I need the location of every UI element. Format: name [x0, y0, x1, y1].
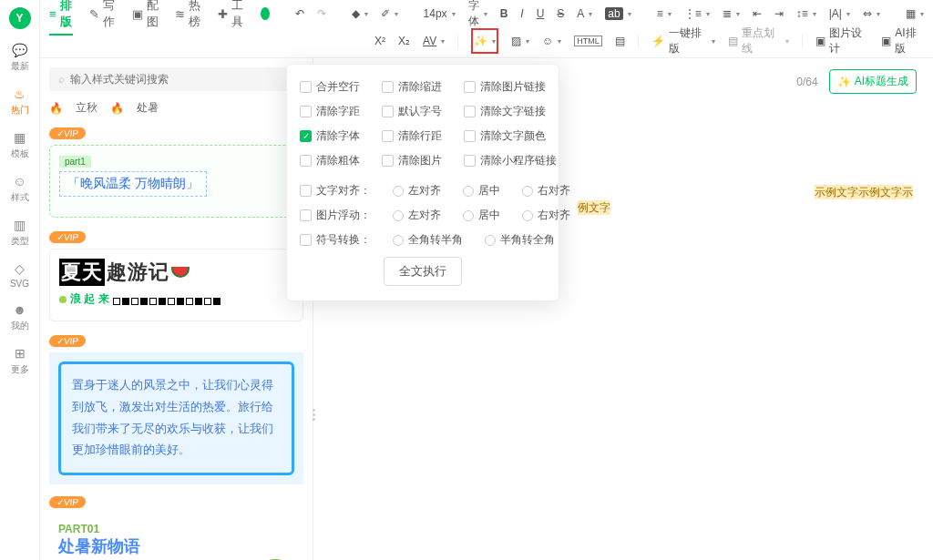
vip-badge: ✓VIP: [48, 496, 86, 508]
table-button[interactable]: ▦: [906, 7, 924, 20]
search-box[interactable]: ⌕: [49, 67, 303, 91]
html-button[interactable]: HTML: [574, 36, 602, 46]
hot-tag[interactable]: 处暑: [137, 100, 159, 116]
one-click-layout[interactable]: ⚡一键排版: [651, 25, 715, 56]
color-button[interactable]: A: [577, 7, 592, 20]
cleanup-checkbox[interactable]: 清除行距: [382, 128, 442, 144]
cleanup-checkbox[interactable]: 清除文字颜色: [464, 128, 546, 144]
nav-svg[interactable]: ◇SVG: [10, 260, 29, 289]
hot-icon: ≋: [175, 7, 185, 21]
brush-button[interactable]: ✐: [381, 7, 398, 20]
radio-option[interactable]: 居中: [463, 183, 500, 199]
search-input[interactable]: [70, 73, 294, 86]
spacing-button[interactable]: ⇔: [863, 7, 880, 20]
watermelon-icon: [171, 267, 190, 278]
nav-more[interactable]: ⊞更多: [11, 345, 29, 376]
radio-option[interactable]: 全角转半角: [393, 232, 463, 248]
paint-bucket[interactable]: ◆: [352, 7, 368, 20]
ai-layout[interactable]: ▣AI排版: [881, 25, 924, 56]
image-design[interactable]: ▣图片设计: [815, 25, 868, 56]
subscript-button[interactable]: X₂: [398, 35, 410, 47]
nav-label: 我的: [11, 320, 29, 332]
radio-option[interactable]: 右对齐: [522, 208, 570, 223]
emoji-button[interactable]: ☺: [542, 35, 561, 47]
tab-tool[interactable]: ✚工具: [218, 0, 244, 30]
checkbox-icon: [464, 155, 476, 167]
nav-types[interactable]: ▥类型: [11, 217, 29, 248]
highlight-bg-button[interactable]: ab: [605, 7, 631, 20]
font-family-select[interactable]: 字体: [468, 0, 487, 29]
hdr-part2: 趣游记: [107, 259, 169, 286]
cleanup-checkbox[interactable]: 清除粗体: [300, 153, 360, 168]
app-logo[interactable]: Y: [9, 7, 31, 29]
nav-label: 热门: [11, 104, 29, 117]
bold-button[interactable]: B: [500, 7, 508, 20]
type-icon: ▥: [12, 217, 28, 233]
radio-option[interactable]: 左对齐: [393, 208, 441, 223]
radio-label: 半角转全角: [500, 232, 555, 248]
radio-group-label: 符号转换：: [300, 232, 371, 248]
nav-me[interactable]: ☻我的: [11, 301, 29, 332]
template-card-1[interactable]: part1 「晚风温柔 万物晴朗」: [49, 145, 303, 218]
highlight-line[interactable]: ▤重点划线: [728, 25, 789, 56]
svg-icon: ◇: [12, 260, 28, 277]
radio-option[interactable]: 居中: [463, 208, 500, 223]
magic-wand-button[interactable]: ✨: [474, 35, 496, 47]
tab-image[interactable]: ▣配图: [132, 0, 159, 30]
cleanup-checkbox[interactable]: 默认字号: [382, 104, 442, 119]
image-insert-button[interactable]: ▨: [511, 35, 529, 47]
nav-latest[interactable]: 💬最新: [11, 42, 29, 73]
radio-option[interactable]: 右对齐: [522, 183, 570, 199]
radio-group-label: 图片浮动：: [300, 208, 371, 223]
template-card-3[interactable]: 置身于迷人的风景之中，让我们心灵得到放飞，激发出对生活的热爱。旅行给我们带来了无…: [49, 352, 303, 484]
checkbox-label: 清除字距: [316, 104, 360, 119]
cleanup-checkbox[interactable]: 清除字距: [300, 104, 360, 119]
radio-label: 右对齐: [538, 208, 570, 223]
ordered-list-button[interactable]: ≣: [723, 7, 740, 20]
cleanup-checkbox[interactable]: 合并空行: [300, 79, 360, 95]
strike-button[interactable]: S: [557, 7, 564, 20]
checkbox-label: 清除缩进: [398, 79, 442, 95]
tab-write[interactable]: ✎写作: [89, 0, 116, 30]
align-button[interactable]: ≡: [657, 7, 672, 20]
nav-styles[interactable]: ☺样式: [11, 173, 29, 204]
underline-button[interactable]: U: [537, 7, 545, 20]
list-button[interactable]: ⋮≡: [684, 7, 710, 20]
chat-icon: 💬: [12, 42, 28, 58]
card-body: 置身于迷人的风景之中，让我们心灵得到放飞，激发出对生活的热爱。旅行给我们带来了无…: [58, 361, 294, 475]
letter-spacing-button[interactable]: |A|: [829, 7, 850, 20]
template-card-2[interactable]: 夏天趣游记 浪 起 来: [49, 249, 303, 321]
outdent-button[interactable]: ⇤: [753, 7, 762, 20]
redo-button[interactable]: ↷: [317, 7, 326, 20]
tab-hot[interactable]: ≋热榜: [175, 0, 201, 30]
line-height-button[interactable]: ↕≡: [796, 7, 816, 20]
radio-icon: [463, 186, 474, 197]
radio-icon: [522, 210, 533, 221]
tab-layout[interactable]: ≡排版: [49, 0, 73, 30]
indent-button[interactable]: ⇥: [774, 7, 784, 20]
nav-hot[interactable]: ♨热门: [11, 86, 29, 117]
sample-text[interactable]: 示例文字示例文字示例文字: [578, 185, 913, 215]
nav-templates[interactable]: ▦模板: [11, 129, 29, 160]
execute-button[interactable]: 全文执行: [384, 257, 462, 286]
cleanup-checkbox[interactable]: ✓清除字体: [300, 128, 360, 144]
ai-title-button[interactable]: ✨AI标题生成: [829, 69, 917, 94]
undo-button[interactable]: ↶: [295, 7, 304, 20]
cleanup-checkbox[interactable]: 清除小程序链接: [464, 153, 557, 168]
cleanup-checkbox[interactable]: 清除图片: [382, 153, 442, 168]
hot-tag[interactable]: 立秋: [76, 100, 97, 116]
tab-label: 排版: [60, 0, 74, 30]
radio-option[interactable]: 左对齐: [393, 183, 441, 199]
cleanup-checkbox[interactable]: 清除文字链接: [464, 104, 546, 119]
vip-badge: ✓VIP: [48, 127, 86, 139]
letterspacing-av-button[interactable]: AV: [423, 35, 445, 47]
cleanup-checkbox[interactable]: 清除图片链接: [464, 79, 546, 95]
cleanup-checkbox[interactable]: 清除缩进: [382, 79, 442, 95]
radio-option[interactable]: 半角转全角: [485, 232, 555, 248]
italic-button[interactable]: I: [520, 7, 523, 20]
layout-icon: ≡: [49, 7, 56, 21]
template-card-4[interactable]: PART01 处暑新物语: [49, 514, 303, 560]
media-button[interactable]: ▤: [615, 35, 625, 47]
font-size-select[interactable]: 14px: [424, 7, 456, 20]
superscript-button[interactable]: X²: [374, 35, 385, 47]
